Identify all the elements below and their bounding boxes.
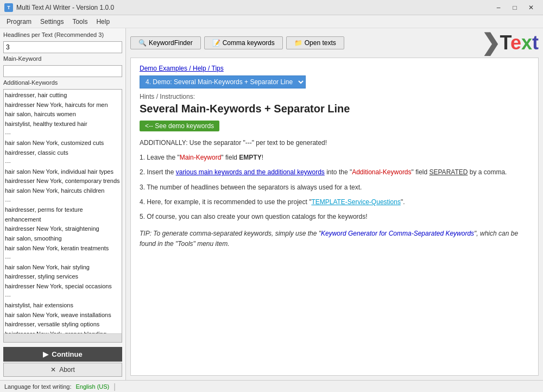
template-link[interactable]: TEMPLATE-Service-Questions: [311, 198, 401, 206]
list-item: hairdresser New York, proper blending: [5, 330, 121, 333]
left-panel: Headlines per Text (Recommended 3) Main-…: [0, 28, 126, 380]
open-texts-button[interactable]: 📁 Open texts: [286, 36, 344, 49]
keywords-list[interactable]: hairdresser, hair cuttinghairdresser New…: [4, 90, 122, 333]
menu-program[interactable]: Program: [2, 17, 36, 27]
search-icon: 🔍: [138, 39, 147, 47]
menu-settings[interactable]: Settings: [36, 17, 68, 27]
list-item: hairdresser, perms for texture enhanceme…: [5, 205, 121, 224]
main-layout: Headlines per Text (Recommended 3) Main-…: [0, 28, 543, 380]
list-item: ---: [5, 196, 121, 206]
horizontal-scrollbar[interactable]: [4, 333, 122, 342]
language-value: English (US): [76, 383, 110, 390]
app-icon: T: [4, 3, 13, 12]
keywords-list-container: hairdresser, hair cuttinghairdresser New…: [3, 89, 122, 343]
additional-keywords-label: Additional-Keywords: [3, 79, 122, 86]
title-bar-title: Multi Text AI Writer - Version 1.0.0: [16, 4, 114, 11]
main-keyword-input[interactable]: [3, 65, 122, 77]
title-bar: T Multi Text AI Writer - Version 1.0.0 –…: [0, 0, 543, 15]
list-item: hairdresser New York, contemporary trend…: [5, 176, 121, 186]
status-bar: Language for text writing: English (US) …: [0, 380, 543, 392]
list-item: hairdresser New York, haircuts for men: [5, 100, 121, 110]
demo-select[interactable]: 4. Demo: Several Main-Keywords + Separat…: [140, 75, 306, 88]
list-item: hairdresser, styling services: [5, 272, 121, 282]
title-bar-left: T Multi Text AI Writer - Version 1.0.0: [4, 3, 114, 12]
demo-examples-link[interactable]: Demo Examples / Help / Tips: [140, 65, 224, 72]
hints-label: Hints / Instructions:: [140, 93, 529, 100]
list-item: hairdresser, versatile styling options: [5, 320, 121, 330]
keyword-finder-label: KeywordFinder: [149, 39, 193, 47]
menu-help[interactable]: Help: [92, 17, 114, 27]
list-item: hair salon New York, hair styling: [5, 263, 121, 273]
list-item: hair salon New York, keratin treatments: [5, 244, 121, 254]
keyword-finder-button[interactable]: 🔍 KeywordFinder: [130, 36, 201, 49]
abort-label: Abort: [59, 366, 75, 374]
comma-keywords-label: Comma keywords: [223, 39, 275, 47]
instruction-3: 3. The number of headlines between the s…: [140, 182, 529, 193]
list-item: hair salon New York, individual hair typ…: [5, 167, 121, 177]
top-buttons-bar: 🔍 KeywordFinder 📝 Comma keywords 📁 Open …: [126, 28, 543, 58]
list-item: hairdresser New York, straightening: [5, 224, 121, 234]
logo-area: ❯ Text: [481, 31, 539, 54]
instruction-5: 5. Of course, you can also create your o…: [140, 212, 529, 222]
main-keyword-label: Main-Keyword: [3, 55, 122, 62]
headlines-label: Headlines per Text (Recommended 3): [3, 31, 122, 38]
abort-button[interactable]: ✕ Abort: [3, 363, 122, 377]
hints-section: Hints / Instructions: Several Main-Keywo…: [140, 93, 529, 250]
logo-chevron: ❯: [481, 31, 500, 54]
continue-button[interactable]: ▶ Continue: [3, 347, 122, 362]
headlines-input[interactable]: [3, 41, 122, 53]
list-item: ---: [5, 291, 121, 301]
list-item: hair salon, haircuts women: [5, 110, 121, 119]
continue-label: Continue: [52, 350, 82, 358]
bottom-buttons: ▶ Continue ✕ Abort: [3, 345, 122, 377]
demo-link-row: Demo Examples / Help / Tips: [140, 65, 529, 72]
language-label: Language for text writing:: [4, 383, 72, 390]
list-item: hair salon New York, weave installations: [5, 311, 121, 320]
right-panel: 🔍 KeywordFinder 📝 Comma keywords 📁 Open …: [126, 28, 543, 380]
instruction-1: 1. Leave the "Main-Keyword" field EMPTY!: [140, 153, 529, 163]
tip-text: TIP: To generate comma-separated keyword…: [140, 229, 529, 249]
instruction-4: 4. Here, for example, it is recommended …: [140, 197, 529, 207]
close-button[interactable]: ✕: [523, 2, 539, 14]
title-bar-controls: – □ ✕: [491, 2, 539, 14]
list-item: hair salon New York, haircuts children: [5, 186, 121, 196]
abort-icon: ✕: [50, 366, 56, 374]
continue-icon: ▶: [43, 350, 48, 358]
content-area: Demo Examples / Help / Tips 4. Demo: Sev…: [130, 58, 539, 376]
various-keywords-link[interactable]: various main keywords and the additional…: [176, 168, 325, 176]
logo-text: Text: [500, 33, 539, 53]
keyword-gen-link[interactable]: Keyword Generator for Comma-Separated Ke…: [321, 230, 474, 237]
additionally-text: ADDITIONALLY: Use the separator "---" pe…: [140, 138, 529, 148]
list-item: hairdresser, classic cuts: [5, 148, 121, 158]
list-item: hair salon, smoothing: [5, 234, 121, 244]
demo-dropdown-row: 4. Demo: Several Main-Keywords + Separat…: [140, 75, 529, 88]
hints-heading: Several Main-Keywords + Separator Line: [140, 103, 529, 115]
comma-keywords-button[interactable]: 📝 Comma keywords: [204, 36, 283, 49]
list-item: ---: [5, 253, 121, 263]
menu-tools[interactable]: Tools: [68, 17, 92, 27]
list-item: hairdresser New York, special occasions: [5, 282, 121, 292]
list-item: hairstylist, healthy textured hair: [5, 119, 121, 129]
list-item: hair salon New York, customized cuts: [5, 138, 121, 148]
see-demo-button[interactable]: <-- See demo keywords: [140, 121, 219, 131]
list-item: ---: [5, 129, 121, 138]
comma-icon: 📝: [212, 39, 220, 47]
list-item: hairdresser, hair cutting: [5, 91, 121, 100]
menu-bar: Program Settings Tools Help: [0, 15, 543, 28]
list-item: ---: [5, 157, 121, 167]
maximize-button[interactable]: □: [507, 2, 522, 14]
status-divider: |: [113, 382, 116, 391]
list-item: hairstylist, hair extensions: [5, 301, 121, 311]
minimize-button[interactable]: –: [491, 2, 506, 14]
folder-icon: 📁: [294, 39, 302, 47]
instruction-2: 2. Insert the various main keywords and …: [140, 167, 529, 178]
open-texts-label: Open texts: [305, 39, 336, 47]
